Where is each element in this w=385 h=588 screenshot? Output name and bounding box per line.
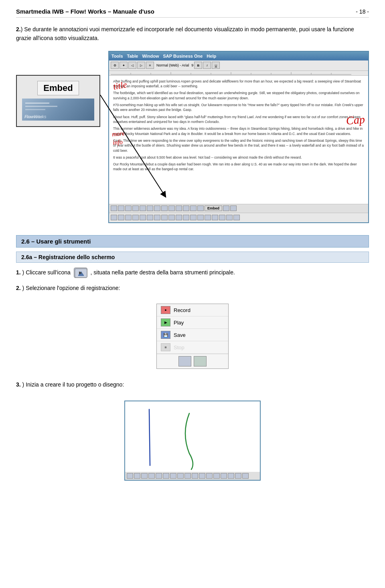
tb2-icon-18[interactable] [233,215,240,220]
tb2-icon-9[interactable] [168,215,175,220]
bb-icon-15[interactable] [230,205,237,211]
bb-icon-6[interactable] [147,205,153,211]
tb2-icon-16[interactable] [219,215,225,220]
bb-icon-14[interactable] [223,205,229,211]
bb-icon-9[interactable] [168,205,175,211]
stop-label: Stop [174,344,184,350]
da-icon-8[interactable] [177,473,184,479]
step3-num: 3. [16,381,21,388]
embed-watermark: FlowWorks [24,115,43,119]
bb-icon-7[interactable] [154,205,160,211]
da-icon-10[interactable] [192,473,198,479]
section2-num: 2. [16,26,21,32]
tb2-icon-11[interactable] [183,215,189,220]
title-help: Help [207,54,216,58]
section2-text: ) Se durante le annotazioni vuoi memoriz… [16,26,354,41]
bb-icon-3[interactable] [125,205,132,211]
tb2-icon-15[interactable] [212,215,218,220]
menu-item-record[interactable]: ● Record [157,304,228,316]
tb2-icon-12[interactable] [190,215,197,220]
drawing-area [124,401,261,481]
section-2-6-label: 2.6 – Usare gli strumenti [21,238,91,245]
tb-btn-3[interactable]: ◁ [128,62,136,69]
bb-icon-5[interactable] [140,205,146,211]
tb-btn-1[interactable]: ⚙ [111,62,119,69]
tb-btn-italic[interactable]: I [203,62,211,69]
da-icon-11[interactable] [199,473,205,479]
da-icon-17[interactable] [242,473,249,479]
screenshot-toolbar2 [109,213,368,222]
da-icon-3[interactable] [141,473,148,479]
svg-rect-13 [75,269,87,278]
tb2-icon-6[interactable] [147,215,153,220]
inline-icon-svg [74,268,87,278]
bottom-icon-2[interactable] [194,356,207,366]
da-icon-6[interactable] [163,473,169,479]
da-icon-5[interactable] [156,473,162,479]
drawing-area-wrapper [16,395,369,486]
tb2-icon-2[interactable] [118,215,124,220]
drawing-area-bottombar [125,472,260,480]
stop-icon: ■ [161,343,170,351]
tb2-icon-14[interactable] [205,215,211,220]
da-icon-4[interactable] [148,473,155,479]
embed-label: Embed [37,81,79,95]
bb-icon-8[interactable] [161,205,168,211]
tb-btn-5[interactable]: ≡ [146,62,154,69]
da-icon-16[interactable] [235,473,241,479]
menu-bottom-icons [157,354,228,369]
step1-text: 1. ) Cliccare sull'icona , situata nella… [16,268,369,278]
bb-icon-13[interactable] [197,205,204,211]
bottom-icon-1[interactable] [178,356,191,366]
step2-num: 2. [16,285,21,291]
play-label: Play [174,320,184,326]
toolbar-size: 9 [191,63,193,67]
drawing-svg [125,401,261,473]
page-number: - 18 - [356,8,369,15]
arrow-svg [96,91,176,203]
da-icon-13[interactable] [213,473,220,479]
tb2-icon-5[interactable] [140,215,146,220]
da-icon-12[interactable] [206,473,213,479]
da-icon-2[interactable] [134,473,140,479]
da-icon-9[interactable] [184,473,191,479]
tb2-icon-7[interactable] [154,215,160,220]
bb-icon-11[interactable] [183,205,189,211]
record-icon: ● [161,306,170,314]
menu-item-save[interactable]: 💾 Save [157,329,228,341]
step1-text-before: ) Cliccare sull'icona [22,269,71,275]
bb-icon-1[interactable] [111,205,117,211]
tb2-icon-8[interactable] [161,215,168,220]
tb-btn-4[interactable]: ▷ [137,62,145,69]
da-icon-15[interactable] [228,473,234,479]
tb-btn-bold[interactable]: B [194,62,202,69]
step2-text-content: ) Selezionare l'opzione di registrazione… [22,285,120,291]
step1-text-after: , situata nella parte destra della barra… [91,269,235,275]
tb2-icon-4[interactable] [132,215,139,220]
toolbar-icon-inline [74,268,87,278]
menu-item-play[interactable]: ▶ Play [157,316,228,329]
bb-icon-12[interactable] [190,205,197,211]
menu-item-stop[interactable]: ■ Stop [157,341,228,354]
tb-btn-2[interactable]: ✦ [120,62,128,69]
tb-btn-underline[interactable]: U [212,62,220,69]
section-2-6a-label: 2.6a – Registrazione dello schermo [21,254,115,260]
da-icon-14[interactable] [221,473,227,479]
tb2-icon-10[interactable] [176,215,182,220]
page-header: Smartmedia IWB – Flow! Works – Manuale d… [16,8,369,18]
tb2-icon-13[interactable] [197,215,204,220]
section-2-6-header: 2.6 – Usare gli strumenti [16,235,369,248]
tb2-icon-3[interactable] [125,215,132,220]
embed-button[interactable]: Embed [205,205,222,211]
toolbar-style: Normal (Web) - Arial [156,63,189,67]
bb-icon-4[interactable] [132,205,139,211]
bb-icon-2[interactable] [118,205,124,211]
section-2-6a-header: 2.6a – Registrazione dello schermo [16,252,369,263]
bb-icon-10[interactable] [176,205,182,211]
save-label: Save [174,332,186,338]
svg-rect-15 [78,275,84,276]
da-icon-1[interactable] [127,473,133,479]
tb2-icon-1[interactable] [111,215,117,220]
tb2-icon-17[interactable] [226,215,233,220]
da-icon-7[interactable] [170,473,176,479]
